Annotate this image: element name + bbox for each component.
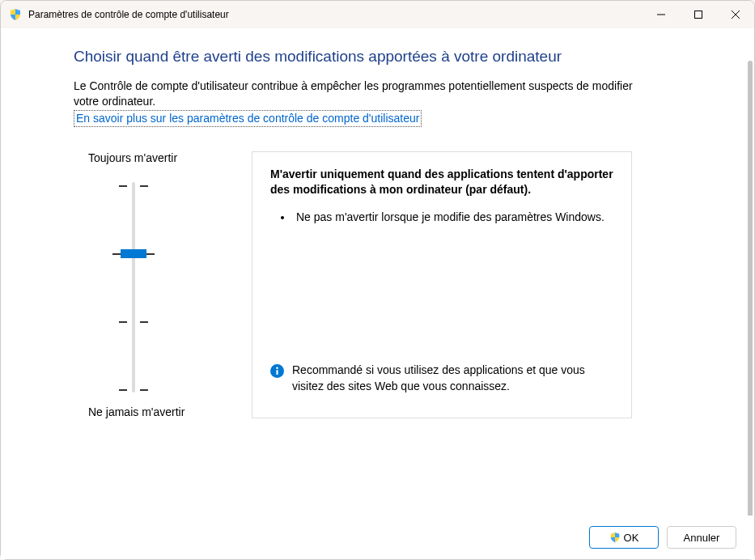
slider-track bbox=[132, 182, 135, 392]
minimize-button[interactable] bbox=[643, 1, 680, 28]
learn-more-link[interactable]: En savoir plus sur les paramètres de con… bbox=[74, 110, 422, 127]
footer-buttons: OK Annuler bbox=[1, 515, 754, 559]
svg-rect-1 bbox=[695, 11, 702, 19]
description-text: Le Contrôle de compte d'utilisateur cont… bbox=[74, 78, 640, 109]
cancel-button-label: Annuler bbox=[684, 532, 720, 544]
close-button[interactable] bbox=[717, 1, 754, 28]
slider-tick bbox=[119, 389, 127, 391]
recommendation-text: Recommandé si vous utilisez des applicat… bbox=[292, 363, 613, 394]
svg-rect-6 bbox=[276, 370, 278, 375]
slider-tick bbox=[140, 321, 148, 323]
svg-point-5 bbox=[276, 367, 278, 370]
info-icon bbox=[270, 364, 284, 378]
uac-shield-icon bbox=[609, 532, 621, 543]
slider-tick bbox=[140, 185, 148, 187]
ok-button-label: OK bbox=[624, 532, 639, 544]
level-description-card: M'avertir uniquement quand des applicati… bbox=[252, 151, 632, 418]
uac-settings-window: Paramètres de contrôle de compte d'utili… bbox=[0, 0, 755, 560]
slider-label-bottom: Ne jamais m'avertir bbox=[88, 405, 235, 418]
cancel-button[interactable]: Annuler bbox=[667, 526, 736, 549]
slider-label-top: Toujours m'avertir bbox=[88, 151, 235, 164]
ok-button[interactable]: OK bbox=[589, 526, 659, 549]
content-area: Choisir quand être averti des modificati… bbox=[1, 28, 754, 515]
maximize-button[interactable] bbox=[680, 1, 717, 28]
slider-tick bbox=[140, 389, 148, 391]
level-bullet: Ne pas m'avertir lorsque je modifie des … bbox=[293, 210, 613, 226]
window-title: Paramètres de contrôle de compte d'utili… bbox=[28, 9, 643, 20]
titlebar: Paramètres de contrôle de compte d'utili… bbox=[1, 1, 754, 28]
page-heading: Choisir quand être averti des modificati… bbox=[74, 48, 706, 66]
uac-shield-icon bbox=[9, 8, 22, 21]
slider-tick bbox=[119, 321, 127, 323]
slider-thumb[interactable] bbox=[121, 249, 146, 258]
level-title: M'avertir uniquement quand des applicati… bbox=[270, 167, 613, 198]
notification-slider[interactable] bbox=[106, 182, 163, 392]
slider-tick bbox=[119, 185, 127, 187]
vertical-scrollbar[interactable] bbox=[748, 61, 753, 515]
